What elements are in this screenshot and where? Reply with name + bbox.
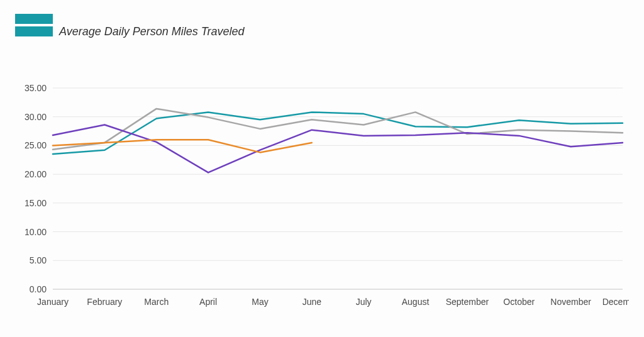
- legend-row-2: Average Daily Person Miles Traveled: [15, 25, 244, 38]
- x-tick-label: October: [503, 297, 535, 307]
- y-tick-label: 20.00: [25, 169, 47, 179]
- y-tick-label: 0.00: [30, 284, 47, 294]
- x-tick-label: January: [37, 297, 69, 307]
- y-tick-label: 10.00: [25, 227, 47, 237]
- legend-row-1: [15, 13, 244, 25]
- legend: Average Daily Person Miles Traveled: [15, 13, 244, 38]
- line-chart: 0.005.0010.0015.0020.0025.0030.0035.00Ja…: [15, 82, 629, 321]
- x-tick-label: February: [87, 297, 122, 307]
- chart-svg: 0.005.0010.0015.0020.0025.0030.0035.00Ja…: [15, 82, 629, 321]
- legend-label: Average Daily Person Miles Traveled: [59, 25, 244, 38]
- y-tick-label: 35.00: [25, 83, 47, 93]
- y-tick-label: 30.00: [25, 112, 47, 122]
- x-tick-label: April: [199, 297, 217, 307]
- x-tick-label: May: [252, 297, 268, 307]
- x-tick-label: August: [402, 297, 430, 307]
- x-tick-label: June: [303, 297, 322, 307]
- y-tick-label: 15.00: [25, 198, 47, 208]
- x-tick-label: November: [550, 297, 591, 307]
- legend-swatch: [15, 26, 53, 36]
- x-tick-label: September: [446, 297, 489, 307]
- series-line: [53, 125, 623, 173]
- y-tick-label: 25.00: [25, 140, 47, 150]
- x-tick-label: July: [356, 297, 372, 307]
- y-tick-label: 5.00: [30, 255, 47, 265]
- x-tick-label: March: [144, 297, 169, 307]
- x-tick-label: December: [602, 297, 629, 307]
- legend-swatch: [15, 14, 53, 24]
